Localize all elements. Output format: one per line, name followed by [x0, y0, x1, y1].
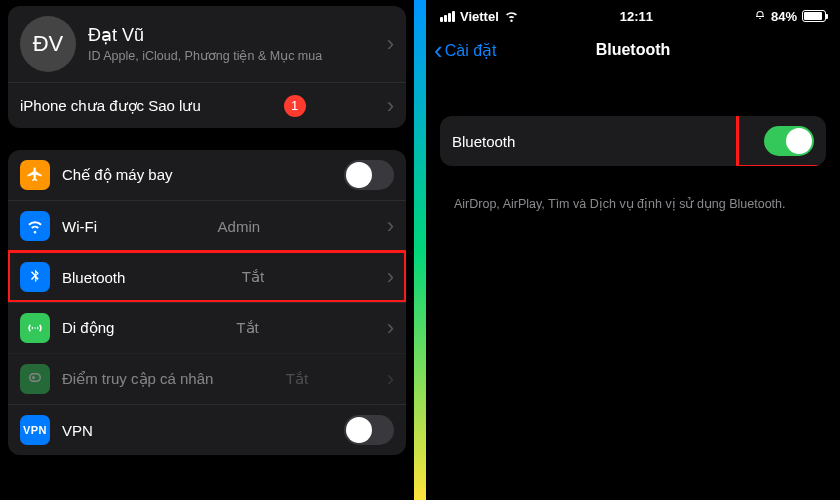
- page-title: Bluetooth: [596, 41, 671, 59]
- row-vpn[interactable]: VPN VPN: [8, 404, 406, 455]
- bluetooth-toggle[interactable]: [764, 126, 814, 156]
- vpn-toggle[interactable]: [344, 415, 394, 445]
- bluetooth-icon: [20, 262, 50, 292]
- profile-subtitle: ID Apple, iCloud, Phương tiện & Mục mua: [88, 48, 322, 65]
- wifi-icon: [504, 11, 519, 22]
- settings-main-panel: ĐV Đạt Vũ ID Apple, iCloud, Phương tiện …: [0, 0, 414, 500]
- profile-card: ĐV Đạt Vũ ID Apple, iCloud, Phương tiện …: [8, 6, 406, 128]
- chevron-right-icon: ›: [381, 368, 394, 390]
- vpn-icon: VPN: [20, 415, 50, 445]
- chevron-left-icon: ‹: [434, 37, 443, 63]
- divider-decoration: [414, 0, 426, 500]
- row-value: Tắt: [286, 370, 308, 388]
- backup-label: iPhone chưa được Sao lưu: [20, 97, 201, 115]
- bluetooth-detail-panel: Viettel 12:11 84% ‹ Cài đặt Bluetooth Bl…: [426, 0, 840, 500]
- row-bluetooth[interactable]: Bluetooth Tắt ›: [8, 251, 406, 302]
- chevron-right-icon: ›: [381, 95, 394, 117]
- row-value: Tắt: [236, 319, 258, 337]
- bluetooth-toggle-row[interactable]: Bluetooth: [440, 116, 826, 166]
- row-label: Wi-Fi: [62, 218, 97, 235]
- hotspot-icon: [20, 364, 50, 394]
- row-label: Bluetooth: [452, 133, 515, 150]
- battery-percent: 84%: [771, 9, 797, 24]
- airplane-toggle[interactable]: [344, 160, 394, 190]
- chevron-right-icon: ›: [381, 215, 394, 237]
- battery-icon: [802, 10, 826, 22]
- bluetooth-description: AirDrop, AirPlay, Tìm và Dịch vụ định vị…: [440, 188, 826, 222]
- status-bar: Viettel 12:11 84%: [426, 0, 840, 26]
- alarm-icon: [754, 10, 766, 22]
- row-value: Admin: [218, 218, 261, 235]
- settings-list: Chế độ máy bay Wi-Fi Admin › Bluetooth T…: [8, 150, 406, 455]
- row-label: Bluetooth: [62, 269, 125, 286]
- row-label: Điểm truy cập cá nhân: [62, 370, 213, 388]
- signal-icon: [440, 11, 455, 22]
- profile-name: Đạt Vũ: [88, 24, 322, 46]
- wifi-icon: [20, 211, 50, 241]
- row-value: Tắt: [242, 268, 264, 286]
- chevron-right-icon: ›: [381, 266, 394, 288]
- profile-row[interactable]: ĐV Đạt Vũ ID Apple, iCloud, Phương tiện …: [8, 6, 406, 82]
- notification-badge: 1: [284, 95, 306, 117]
- carrier-name: Viettel: [460, 9, 499, 24]
- airplane-icon: [20, 160, 50, 190]
- row-hotspot[interactable]: Điểm truy cập cá nhân Tắt ›: [8, 353, 406, 404]
- row-label: Chế độ máy bay: [62, 166, 173, 184]
- row-label: Di động: [62, 319, 114, 337]
- back-label: Cài đặt: [445, 41, 497, 60]
- status-time: 12:11: [620, 9, 653, 24]
- chevron-right-icon: ›: [381, 33, 394, 55]
- nav-header: ‹ Cài đặt Bluetooth: [426, 30, 840, 70]
- backup-row[interactable]: iPhone chưa được Sao lưu 1 ›: [8, 82, 406, 128]
- bluetooth-card: Bluetooth: [440, 116, 826, 166]
- chevron-right-icon: ›: [381, 317, 394, 339]
- row-wifi[interactable]: Wi-Fi Admin ›: [8, 200, 406, 251]
- cellular-icon: [20, 313, 50, 343]
- row-label: VPN: [62, 422, 93, 439]
- row-cellular[interactable]: Di động Tắt ›: [8, 302, 406, 353]
- back-button[interactable]: ‹ Cài đặt: [426, 37, 496, 63]
- row-airplane-mode[interactable]: Chế độ máy bay: [8, 150, 406, 200]
- avatar: ĐV: [20, 16, 76, 72]
